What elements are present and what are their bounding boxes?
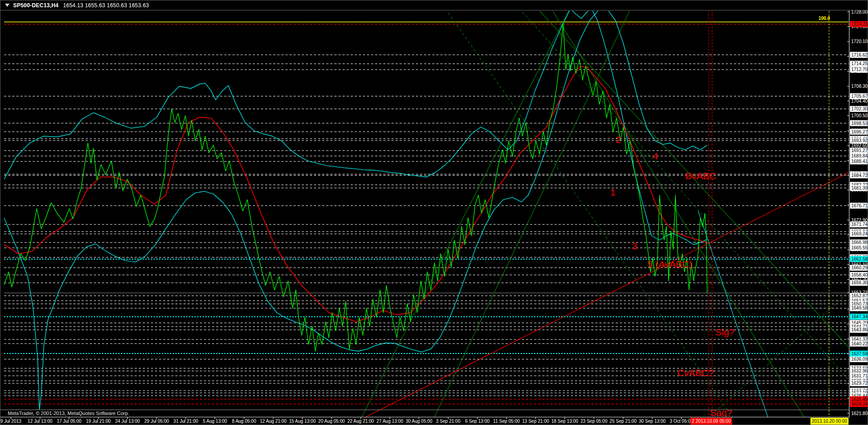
time-label: 24 Jul 13:00 [115, 419, 140, 424]
time-label: 13 Sep 21:00 [522, 419, 550, 424]
axis-tick-label: 1720.10 [851, 39, 868, 44]
ohlc-values: 1654.13 1655.63 1650.63 1653.63 [63, 2, 149, 9]
price-level-box-label: 1724.73 [851, 22, 868, 27]
price-level-box-label: 1660.29 [851, 265, 868, 270]
price-level-box-label: 1631.71 [851, 373, 868, 378]
price-level-box-label: 1658.40 [851, 272, 868, 277]
chart-title: SP500-DEC13,H41654.13 1655.63 1650.63 16… [13, 2, 149, 9]
wave-label[interactable]: BvABC [685, 171, 716, 181]
axis-tick-label: 1704.40 [851, 99, 868, 104]
price-level-box-label: 1702.30 [851, 106, 868, 111]
time-label: 9 Jul 2013 [0, 419, 22, 424]
price-level-box-label: 1684.72 [851, 173, 868, 178]
wave-label[interactable]: 5 (AvABC) [647, 259, 692, 269]
time-label: 15 Aug 13:00 [289, 419, 316, 424]
price-level-box-label: 1688.41 [851, 159, 868, 164]
time-label: 30 Aug 05:00 [405, 419, 432, 424]
price-level-box-label: 1666.98 [851, 240, 868, 245]
price-level-box-label: 1705.67 [851, 94, 868, 99]
time-label: 25 Sep 21:00 [610, 419, 637, 424]
collapse-triangle-icon[interactable] [5, 4, 10, 7]
symbol-period-label: SP500-DEC13,H4 [13, 2, 58, 9]
time-label: 22 Aug 21:00 [347, 419, 374, 424]
price-level-box-label: 1689.84 [851, 153, 868, 158]
wave-label[interactable]: 3 [632, 241, 637, 251]
time-label: 17 Jul 05:00 [57, 419, 82, 424]
time-label: 11 Sep 05:00 [493, 419, 520, 424]
axis-tick-label: 1708.30 [851, 84, 868, 89]
price-level-box-label: 1656.30 [851, 280, 868, 285]
time-label: 3 Sep 21:00 [436, 419, 460, 424]
price-level-box-label: 1716.62 [851, 53, 868, 57]
wave-label[interactable]: 2 [616, 134, 621, 145]
price-level-box-label: 1693.92 [851, 138, 868, 143]
price-level-box-label: 1649.58 [851, 306, 868, 310]
time-label: 5 Aug 13:00 [203, 419, 227, 424]
copyright-text: MetaTrader, © 2001-2013, MetaQuotes Soft… [8, 411, 129, 416]
time-mark-yellow-label: 2013.10.20 00:00 [812, 419, 847, 424]
price-level-box-label: 1691.27 [851, 148, 868, 153]
time-label: 20 Aug 05:00 [318, 419, 345, 424]
time-label: 30 Sep 13:00 [639, 419, 666, 424]
price-level-box-label: 1676.71 [851, 203, 868, 208]
wave-label[interactable]: Sig? [715, 327, 734, 337]
price-level-box-label: 1671.74 [851, 222, 868, 227]
price-level-box-label: 1625.49 [851, 397, 868, 402]
time-label: 3 Oct 05:00 [670, 419, 693, 424]
price-level-box-label: 1643.86 [851, 327, 868, 332]
price-level-box-label: 1669.24 [851, 231, 868, 236]
time-label: 19 Jul 21:00 [86, 419, 111, 424]
wave-label[interactable]: CvABC? [677, 368, 714, 378]
price-level-box-label: 1637.59 [851, 351, 868, 356]
price-level-box-label: 1629.72 [851, 381, 868, 386]
chart-canvas[interactable]: 100.0124BvABC35 (AvABC)Sig?CvABC?Sag?Met… [0, 10, 868, 425]
price-level-box-label: 1640.22 [851, 341, 868, 346]
price-level-box-label: 1662.58 [851, 257, 868, 262]
fib-100-label: 100.0 [819, 16, 830, 21]
axis-tick-label: 1692.60 [851, 143, 868, 148]
price-level-box-label: 1632.96 [851, 368, 868, 373]
time-mark-red-label: 2 2013.10.09 05:00 [692, 419, 731, 424]
price-level-box-label: 1624.24 [851, 401, 868, 406]
price-level-box-label: 1696.27 [851, 129, 868, 134]
terminal-chart-window: SP500-DEC13,H41654.13 1655.63 1650.63 16… [0, 0, 868, 425]
time-label: 29 Jul 05:00 [145, 419, 169, 424]
chart-title-bar: SP500-DEC13,H41654.13 1655.63 1650.63 16… [0, 0, 868, 10]
price-level-box-label: 1652.87 [851, 293, 868, 298]
time-label: 27 Aug 13:00 [376, 419, 403, 424]
axis-tick-label: 1621.80 [851, 411, 868, 416]
price-level-box-label: 1698.53 [851, 121, 868, 126]
wave-label[interactable]: 4 [653, 151, 658, 161]
wave-label[interactable]: 1 [610, 187, 616, 197]
price-level-box-label: 1681.39 [851, 186, 868, 191]
axis-tick-label: 1728.00 [851, 10, 868, 14]
time-label: 18 Sep 13:00 [551, 419, 579, 424]
time-label: 31 Jul 21:00 [174, 419, 198, 424]
price-level-box-label: 1712.70 [851, 67, 868, 72]
time-label: 12 Jul 13:00 [28, 419, 53, 424]
price-level-box-label: 1714.25 [851, 61, 868, 66]
time-label: 6 Sep 13:00 [465, 419, 490, 424]
time-label: 8 Aug 05:00 [232, 419, 256, 424]
time-label: 12 Aug 21:00 [260, 419, 287, 424]
price-level-box-label: 1636.09 [851, 357, 868, 362]
wave-label[interactable]: Sag? [710, 407, 732, 418]
axis-tick-label: 1700.50 [851, 113, 868, 118]
price-level-box-label: 1665.55 [851, 245, 868, 250]
price-level-box-label: 1647.34 [851, 314, 868, 319]
time-label: 23 Sep 05:00 [580, 419, 608, 424]
plot-area[interactable] [0, 10, 868, 425]
